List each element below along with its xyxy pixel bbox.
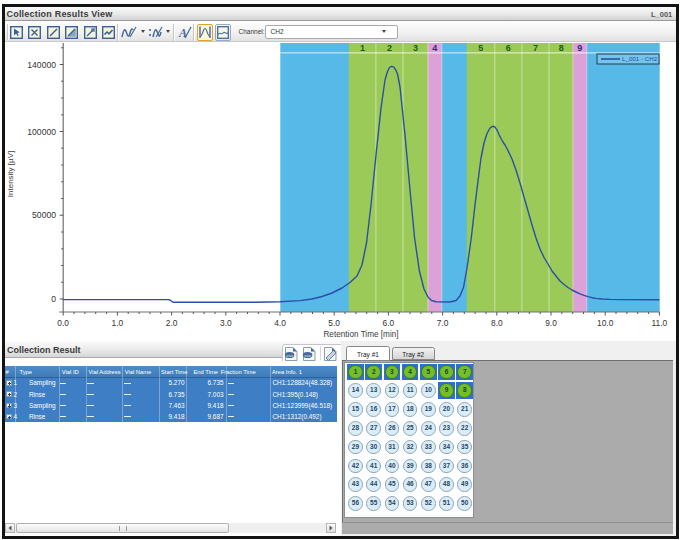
svg-text:8: 8 [559, 43, 564, 53]
svg-text:2.0: 2.0 [166, 318, 178, 328]
svg-text:4.0: 4.0 [274, 318, 286, 328]
svg-text:7: 7 [533, 43, 538, 53]
svg-text:3.0: 3.0 [220, 318, 232, 328]
svg-text:140000: 140000 [27, 60, 56, 70]
svg-text:3: 3 [413, 43, 418, 53]
svg-text:9: 9 [577, 43, 582, 53]
svg-text:100000: 100000 [27, 127, 56, 137]
svg-text:Retention Time [min]: Retention Time [min] [323, 330, 398, 339]
svg-text:csv: csv [287, 352, 294, 357]
svg-text:1.0: 1.0 [112, 318, 124, 328]
svg-text:5.0: 5.0 [328, 318, 340, 328]
svg-text:0.0: 0.0 [57, 318, 69, 328]
svg-text:6: 6 [506, 43, 511, 53]
svg-text:6.0: 6.0 [383, 318, 395, 328]
svg-text:L_001 - CH2: L_001 - CH2 [622, 55, 658, 62]
svg-text:50000: 50000 [32, 210, 56, 220]
svg-text:8.0: 8.0 [491, 318, 503, 328]
svg-text:0: 0 [51, 294, 56, 304]
svg-text:4: 4 [432, 43, 437, 53]
svg-text:5: 5 [478, 43, 483, 53]
svg-text:10.0: 10.0 [597, 318, 614, 328]
svg-text:1: 1 [360, 43, 365, 53]
svg-text:csv: csv [304, 352, 311, 357]
svg-text:11.0: 11.0 [652, 318, 668, 328]
svg-text:Intensity [µV]: Intensity [µV] [6, 151, 15, 197]
svg-text:9.0: 9.0 [545, 318, 557, 328]
svg-text:2: 2 [387, 43, 392, 53]
svg-text:7.0: 7.0 [437, 318, 449, 328]
